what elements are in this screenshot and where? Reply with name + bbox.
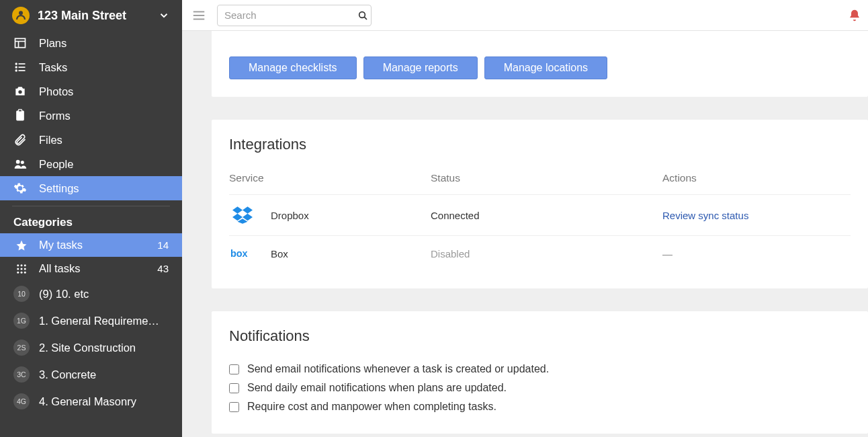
project-switcher[interactable]: 123 Main Street xyxy=(0,0,182,31)
svg-point-25 xyxy=(359,11,365,17)
sidebar-item-tasks[interactable]: Tasks xyxy=(0,55,182,79)
people-icon xyxy=(13,157,27,171)
box-icon: box xyxy=(229,247,256,260)
col-service: Service xyxy=(229,172,431,184)
service-name: Dropbox xyxy=(271,210,309,221)
sidebar: 123 Main Street Plans Tasks Photos Forms… xyxy=(0,0,182,437)
svg-rect-7 xyxy=(19,70,26,71)
plans-icon xyxy=(13,36,27,50)
service-action-none: — xyxy=(662,248,851,260)
checkbox[interactable] xyxy=(229,402,239,412)
col-actions: Actions xyxy=(662,172,851,184)
review-sync-status-link[interactable]: Review sync status xyxy=(662,210,748,221)
category-label: My tasks xyxy=(39,239,83,251)
category-label: All tasks xyxy=(39,262,80,275)
category-chip: 4G xyxy=(13,393,30,409)
svg-rect-1 xyxy=(15,38,26,47)
svg-text:box: box xyxy=(230,248,248,259)
category-count: 14 xyxy=(157,239,169,251)
notifications-title: Notifications xyxy=(229,327,851,345)
svg-point-6 xyxy=(15,69,17,71)
sidebar-item-forms[interactable]: Forms xyxy=(0,104,182,128)
integrations-title: Integrations xyxy=(229,136,851,153)
svg-point-20 xyxy=(21,271,23,273)
manage-checklists-button[interactable]: Manage checklists xyxy=(229,56,357,79)
category-site-construction[interactable]: 2S 2. Site Construction xyxy=(0,334,182,361)
svg-point-0 xyxy=(19,11,23,15)
svg-point-2 xyxy=(15,63,17,65)
svg-point-18 xyxy=(24,268,26,270)
service-name: Box xyxy=(271,248,288,260)
category-chip: 1G xyxy=(13,313,30,329)
col-status: Status xyxy=(431,172,662,184)
search-icon xyxy=(357,10,368,21)
sidebar-item-people[interactable]: People xyxy=(0,152,182,176)
sidebar-item-plans[interactable]: Plans xyxy=(0,31,182,55)
manage-card: Manage checklists Manage reports Manage … xyxy=(212,31,868,97)
integrations-card: Integrations Service Status Actions Drop… xyxy=(212,120,868,288)
manage-locations-button[interactable]: Manage locations xyxy=(484,56,607,79)
app-logo-icon xyxy=(12,7,30,24)
svg-point-11 xyxy=(16,160,20,164)
category-label: 4. General Masonry xyxy=(39,395,136,408)
manage-reports-button[interactable]: Manage reports xyxy=(363,56,478,79)
integration-row-box: box Box Disabled — xyxy=(229,235,851,271)
category-chip: 3C xyxy=(13,366,30,383)
star-icon xyxy=(13,239,30,251)
notifications-card: Notifications Send email notifications w… xyxy=(212,311,868,434)
category-general-requirements[interactable]: 1G 1. General Requireme… xyxy=(0,307,182,334)
category-10-etc[interactable]: 10 (9) 10. etc xyxy=(0,280,182,307)
sidebar-item-settings[interactable]: Settings xyxy=(0,176,182,200)
svg-point-12 xyxy=(21,161,24,164)
svg-line-26 xyxy=(364,17,367,19)
notifications-bell-icon[interactable] xyxy=(848,9,861,22)
notification-option-require-cost[interactable]: Require cost and manpower when completin… xyxy=(229,397,851,416)
svg-rect-10 xyxy=(19,110,22,112)
svg-point-17 xyxy=(21,268,23,270)
checkbox[interactable] xyxy=(229,383,239,393)
nav-label: People xyxy=(39,158,73,171)
notification-option-task-email[interactable]: Send email notifications whenever a task… xyxy=(229,360,851,379)
svg-point-21 xyxy=(24,271,26,273)
option-label: Require cost and manpower when completin… xyxy=(247,401,496,413)
svg-point-13 xyxy=(17,264,19,266)
svg-point-16 xyxy=(17,268,19,270)
category-my-tasks[interactable]: My tasks 14 xyxy=(0,233,182,257)
clipboard-icon xyxy=(13,109,27,122)
sidebar-item-files[interactable]: Files xyxy=(0,128,182,152)
search-field[interactable] xyxy=(217,5,372,26)
service-status: Connected xyxy=(431,210,662,221)
category-chip: 2S xyxy=(13,340,30,356)
category-label: 1. General Requireme… xyxy=(39,315,159,327)
category-label: 3. Concrete xyxy=(39,368,96,381)
checkbox[interactable] xyxy=(229,364,239,374)
integrations-table-head: Service Status Actions xyxy=(229,168,851,194)
svg-point-14 xyxy=(21,264,23,266)
nav-label: Photos xyxy=(39,85,73,98)
categories-title: Categories xyxy=(0,206,182,233)
menu-toggle-icon[interactable] xyxy=(189,5,209,26)
category-concrete[interactable]: 3C 3. Concrete xyxy=(0,361,182,388)
sidebar-item-photos[interactable]: Photos xyxy=(0,79,182,104)
project-title: 123 Main Street xyxy=(38,9,126,23)
nav-label: Settings xyxy=(39,182,79,195)
chevron-down-icon xyxy=(158,9,170,22)
category-chip: 10 xyxy=(13,286,30,302)
search-input[interactable] xyxy=(224,9,352,21)
nav-label: Forms xyxy=(39,110,71,122)
topbar xyxy=(182,0,868,31)
svg-point-8 xyxy=(18,90,21,93)
svg-rect-5 xyxy=(19,67,26,68)
category-general-masonry[interactable]: 4G 4. General Masonry xyxy=(0,388,182,415)
main-area: Manage checklists Manage reports Manage … xyxy=(182,0,868,437)
gear-icon xyxy=(13,182,27,195)
content-scroll[interactable]: Manage checklists Manage reports Manage … xyxy=(182,31,868,437)
category-label: (9) 10. etc xyxy=(39,288,89,301)
svg-point-19 xyxy=(17,271,19,273)
camera-icon xyxy=(13,85,27,98)
notification-option-plan-daily[interactable]: Send daily email notifications when plan… xyxy=(229,379,851,397)
integration-row-dropbox: Dropbox Connected Review sync status xyxy=(229,194,851,235)
category-all-tasks[interactable]: All tasks 43 xyxy=(0,257,182,280)
svg-point-4 xyxy=(15,66,17,68)
nav-label: Files xyxy=(39,134,62,147)
